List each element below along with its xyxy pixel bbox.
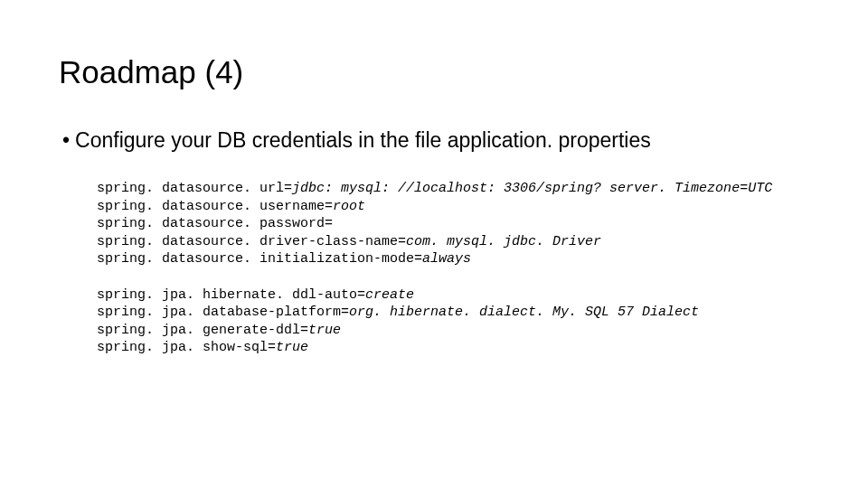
- code-key: spring. datasource. username=: [97, 199, 333, 214]
- code-block-jpa: spring. jpa. hibernate. ddl-auto=create …: [59, 286, 809, 357]
- bullet-marker-icon: •: [62, 128, 70, 153]
- code-val: true: [308, 323, 341, 338]
- bullet-text: Configure your DB credentials in the fil…: [75, 128, 651, 152]
- code-key: spring. jpa. generate-ddl=: [97, 323, 308, 338]
- code-val: root: [333, 199, 365, 214]
- bullet-line: •Configure your DB credentials in the fi…: [59, 128, 809, 153]
- code-key: spring. datasource. initialization-mode=: [97, 251, 422, 267]
- code-val: always: [422, 251, 471, 267]
- code-val: create: [365, 287, 414, 303]
- code-key: spring. jpa. hibernate. ddl-auto=: [97, 287, 365, 303]
- code-val: true: [276, 340, 308, 355]
- code-key: spring. jpa. database-platform=: [97, 305, 349, 320]
- code-key: spring. datasource. password=: [97, 216, 333, 231]
- code-key: spring. jpa. show-sql=: [97, 340, 276, 355]
- code-val: org. hibernate. dialect. My. SQL 57 Dial…: [349, 305, 699, 320]
- code-val: jdbc: mysql: //localhost: 3306/spring? s…: [292, 181, 772, 196]
- code-key: spring. datasource. url=: [97, 181, 292, 196]
- slide-title: Roadmap (4): [59, 54, 809, 90]
- code-block-datasource: spring. datasource. url=jdbc: mysql: //l…: [59, 180, 809, 268]
- code-key: spring. datasource. driver-class-name=: [97, 234, 406, 249]
- code-val: com. mysql. jdbc. Driver: [406, 234, 601, 249]
